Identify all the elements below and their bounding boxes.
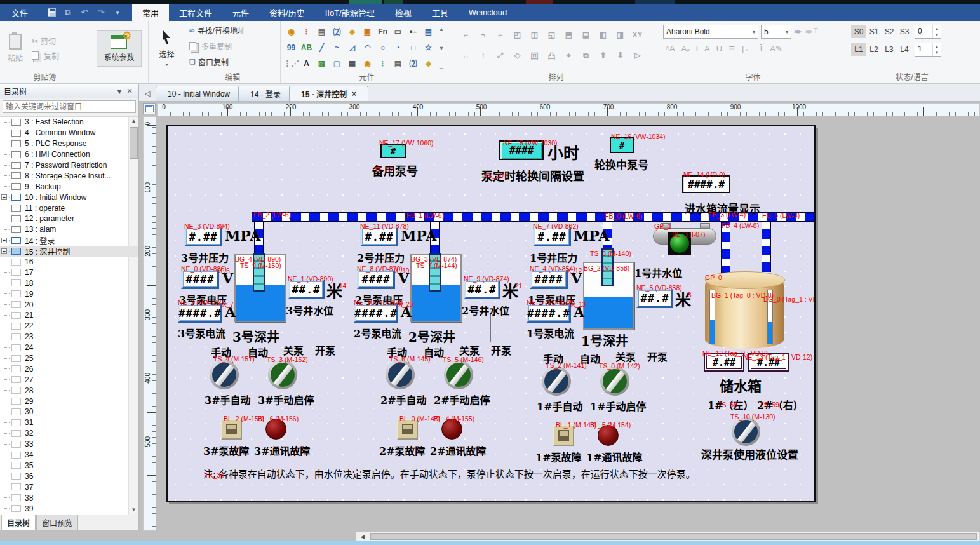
- picture-icon[interactable]: ▨: [315, 57, 328, 70]
- current-label[interactable]: 1号泵电流: [527, 325, 574, 340]
- same-size-icon[interactable]: ⤢: [493, 49, 507, 62]
- pressure-label[interactable]: 1号井压力: [530, 250, 577, 265]
- layer-top-icon[interactable]: ⬆: [596, 49, 610, 62]
- language-toggle[interactable]: L1: [851, 43, 866, 56]
- tree-item[interactable]: + 37: [0, 481, 138, 492]
- scroll-left-icon[interactable]: ◀: [358, 532, 368, 541]
- language-toggle[interactable]: L4: [897, 43, 912, 56]
- scrollbar-thumb[interactable]: [370, 533, 977, 540]
- switch-label[interactable]: 3#手自动: [205, 392, 251, 407]
- shrink-font-icon[interactable]: Aᵥ: [681, 44, 690, 53]
- spin-down-icon[interactable]: ▼: [933, 50, 941, 56]
- system-parameters-button[interactable]: 系统参数: [97, 30, 141, 67]
- tree-item[interactable]: + 15 : 深井控制: [0, 246, 138, 257]
- backlight-icon[interactable]: ◉: [361, 57, 374, 70]
- tree-item[interactable]: + 36: [0, 471, 138, 481]
- pump-on-label[interactable]: 开泵: [315, 342, 335, 358]
- ribbon-tab[interactable]: 工具: [422, 4, 459, 21]
- ribbon-tab[interactable]: IIoT/能源管理: [315, 4, 385, 21]
- distribute-h-icon[interactable]: ⬓: [579, 29, 593, 42]
- tree-item[interactable]: + 5 : PLC Response: [0, 138, 138, 149]
- tree-item[interactable]: + 9 : Backup: [0, 181, 138, 192]
- scroll-mid-icon[interactable]: ▼: [439, 45, 445, 51]
- copy-button[interactable]: 复制: [32, 50, 59, 61]
- language-toggle[interactable]: L2: [866, 43, 882, 56]
- ruler-corner-button[interactable]: [143, 103, 156, 114]
- current-label[interactable]: 3号泵电流: [178, 325, 225, 340]
- state-toggle[interactable]: S3: [897, 25, 912, 38]
- well-name[interactable]: 2号深井: [408, 327, 455, 346]
- ribbon-tab[interactable]: 资料/历史: [259, 4, 315, 21]
- group-icon[interactable]: 回: [528, 49, 541, 62]
- flip-icon[interactable]: ▷: [631, 49, 644, 62]
- rect-icon[interactable]: □: [406, 41, 420, 54]
- space-h-icon[interactable]: ◧: [596, 29, 610, 42]
- tank-feed-pipe-left[interactable]: [721, 222, 730, 275]
- same-height-icon[interactable]: ↕: [476, 49, 490, 62]
- circle-icon[interactable]: ○: [376, 41, 389, 54]
- tab-scroll-left-icon[interactable]: ◁: [139, 90, 156, 101]
- lamp-label[interactable]: 2#通讯故障: [430, 443, 487, 458]
- align-center-icon[interactable]: ¬: [476, 29, 490, 42]
- expand-icon[interactable]: +: [1, 238, 7, 243]
- toggle-switch-icon[interactable]: ▣: [361, 25, 374, 38]
- lamp-label[interactable]: 1#通讯故障: [586, 449, 643, 464]
- text-align-icon[interactable]: ≣: [728, 44, 735, 53]
- tank-feed-pipe-right[interactable]: [762, 222, 771, 272]
- polyline-icon[interactable]: ◿: [346, 41, 359, 54]
- macro-icon[interactable]: Fn: [376, 25, 389, 38]
- level-select-label[interactable]: 深井泵使用液位设置: [701, 446, 798, 462]
- xy-icon[interactable]: XY: [631, 29, 644, 42]
- star-icon[interactable]: ☆: [422, 41, 435, 54]
- filter-input[interactable]: [3, 102, 135, 111]
- cut-button[interactable]: ✂剪切: [32, 36, 59, 46]
- lamp-label[interactable]: 3#泵故障: [203, 443, 250, 458]
- tree-item[interactable]: + 26: [0, 363, 138, 374]
- tree-item[interactable]: + 7 : Password Restriction: [0, 160, 138, 171]
- h-align-icon[interactable]: |←: [742, 44, 752, 53]
- tree-item[interactable]: + 11 : operate: [0, 203, 138, 213]
- align-top-icon[interactable]: ◰: [511, 29, 524, 42]
- state-toggle[interactable]: S2: [882, 25, 897, 38]
- scale-icon[interactable]: ⋮⋰: [285, 57, 298, 70]
- multi-copy-button[interactable]: 多重复制: [189, 41, 276, 51]
- set-bit-icon[interactable]: ▤: [315, 25, 328, 38]
- tree-item[interactable]: + 35: [0, 461, 138, 471]
- tree-item[interactable]: + 22: [0, 321, 138, 332]
- pressure-unit[interactable]: MPA: [574, 227, 609, 244]
- start-stop-switch[interactable]: [600, 367, 629, 396]
- rotating-pump-label[interactable]: 轮换中泵号: [594, 156, 648, 172]
- hmi-design-canvas[interactable]: NE_17 (VW-1060) # TS_52 备用泵号 NE_15 (VW-1…: [166, 125, 816, 502]
- pin-icon[interactable]: ⌖: [562, 49, 575, 62]
- undo-icon[interactable]: ↶: [79, 8, 90, 18]
- pressure-unit[interactable]: MPA: [225, 227, 260, 244]
- switch-label[interactable]: 1#手动启停: [590, 398, 647, 414]
- find-replace-button[interactable]: ∞寻找/替换地址: [189, 25, 276, 36]
- pressure-label[interactable]: 2号井压力: [357, 250, 405, 265]
- table-icon[interactable]: ▦: [346, 57, 359, 70]
- expand-icon[interactable]: +: [1, 194, 7, 200]
- freeform-icon[interactable]: ~: [330, 41, 344, 54]
- spin-down-icon[interactable]: ▼: [933, 32, 941, 38]
- slider-icon[interactable]: •‒: [406, 25, 420, 38]
- state-toggle[interactable]: S0: [851, 25, 866, 38]
- expand-icon[interactable]: +: [1, 248, 7, 254]
- state-toggle[interactable]: S1: [866, 25, 882, 38]
- rotate-icon[interactable]: ◇: [511, 49, 524, 62]
- numeric-display-icon[interactable]: 99: [285, 41, 298, 54]
- tree-item[interactable]: + 23: [0, 332, 138, 342]
- pie-icon[interactable]: ◔: [391, 41, 405, 54]
- tree-item[interactable]: + 34: [0, 450, 138, 461]
- align-right-icon[interactable]: ⌐: [493, 29, 507, 42]
- tree-item[interactable]: + 14 : 登录: [0, 235, 138, 246]
- tree-item[interactable]: + 39: [0, 503, 138, 514]
- format-brush-icon[interactable]: ✒: [794, 26, 802, 38]
- storage-tank-label[interactable]: 储水箱: [720, 375, 762, 395]
- tree-item[interactable]: + 16: [0, 257, 138, 267]
- tree-item[interactable]: + 30: [0, 407, 138, 417]
- manual-auto-switch[interactable]: [542, 367, 571, 396]
- tree-item[interactable]: + 19: [0, 288, 138, 299]
- level-label[interactable]: 1号井水位: [634, 265, 682, 280]
- switch-label[interactable]: 2#手自动: [380, 392, 427, 407]
- redo-icon[interactable]: ↷: [95, 8, 107, 18]
